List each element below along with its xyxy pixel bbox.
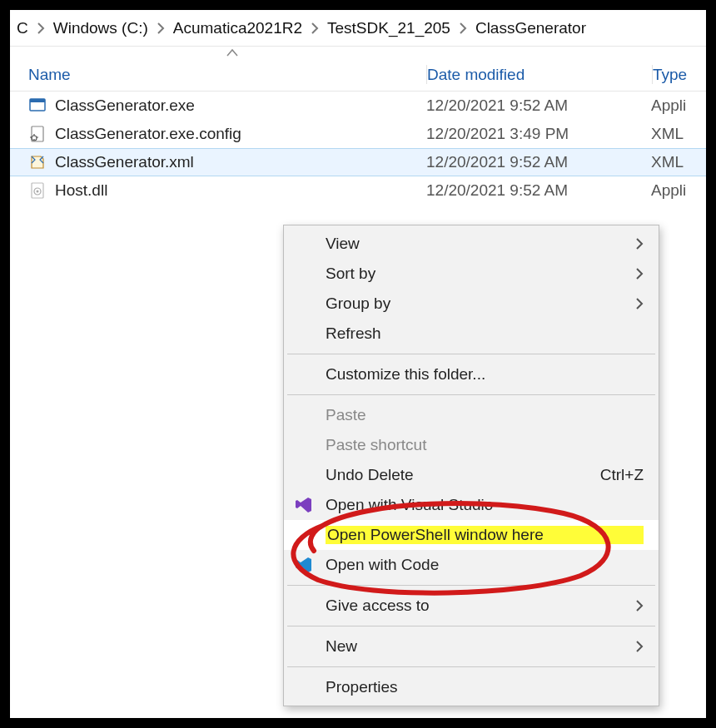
menu-item-customize-folder[interactable]: Customize this folder... <box>284 359 659 389</box>
svg-point-6 <box>37 191 39 193</box>
explorer-window: C Windows (C:) Acumatica2021R2 TestSDK_2… <box>10 10 706 718</box>
vscode-icon <box>294 555 314 575</box>
menu-item-give-access[interactable]: Give access to <box>284 591 659 621</box>
menu-item-properties[interactable]: Properties <box>284 672 659 702</box>
menu-item-view[interactable]: View <box>284 229 659 259</box>
breadcrumb-item[interactable]: ClassGenerator <box>472 19 589 37</box>
menu-item-open-visual-studio[interactable]: Open with Visual Studio <box>284 490 659 520</box>
file-name: Host.dll <box>55 181 107 200</box>
file-name: ClassGenerator.exe.config <box>55 125 241 143</box>
context-menu: View Sort by Group by Refresh Customize … <box>283 225 659 706</box>
file-date: 12/20/2021 9:52 AM <box>426 181 651 200</box>
file-row[interactable]: Host.dll 12/20/2021 9:52 AM Appli <box>10 176 706 205</box>
chevron-right-icon <box>152 22 170 34</box>
column-headers: Name Date modified Type <box>10 58 706 92</box>
sort-indicator-row <box>10 47 706 58</box>
chevron-right-icon <box>635 237 644 250</box>
file-type: XML <box>651 125 706 143</box>
chevron-right-icon <box>635 599 644 612</box>
file-row[interactable]: ClassGenerator.exe.config 12/20/2021 3:4… <box>10 120 706 148</box>
chevron-right-icon <box>306 22 324 34</box>
file-date: 12/20/2021 9:52 AM <box>426 153 651 171</box>
menu-separator <box>287 354 655 354</box>
file-list: ClassGenerator.exe 12/20/2021 9:52 AM Ap… <box>10 92 706 205</box>
menu-separator <box>287 626 655 626</box>
chevron-right-icon <box>635 267 644 280</box>
menu-separator <box>287 394 655 395</box>
visual-studio-icon <box>294 495 314 515</box>
file-name: ClassGenerator.xml <box>55 153 194 171</box>
chevron-right-icon <box>32 22 50 34</box>
breadcrumb-item[interactable]: Windows (C:) <box>50 19 152 37</box>
file-type: XML <box>651 153 706 171</box>
menu-item-open-powershell[interactable]: Open PowerShell window here <box>284 520 659 550</box>
chevron-right-icon <box>635 297 644 310</box>
menu-item-refresh[interactable]: Refresh <box>284 319 659 349</box>
menu-item-paste-shortcut: Paste shortcut <box>284 430 659 460</box>
file-row[interactable]: ClassGenerator.exe 12/20/2021 9:52 AM Ap… <box>10 92 706 120</box>
file-type: Appli <box>651 181 706 200</box>
column-header-date[interactable]: Date modified <box>427 58 652 91</box>
menu-item-paste: Paste <box>284 400 659 430</box>
dll-icon <box>28 181 47 200</box>
breadcrumb-item[interactable]: Acumatica2021R2 <box>170 19 306 37</box>
breadcrumb-root[interactable]: C <box>13 19 32 37</box>
svg-rect-1 <box>30 99 45 102</box>
menu-separator <box>287 666 655 667</box>
chevron-right-icon <box>635 640 644 653</box>
file-row-selected[interactable]: ClassGenerator.xml 12/20/2021 9:52 AM XM… <box>10 148 706 176</box>
sort-asc-icon <box>226 48 238 57</box>
menu-item-group-by[interactable]: Group by <box>284 289 659 319</box>
xml-icon <box>28 153 47 171</box>
file-type: Appli <box>651 97 706 115</box>
column-header-type[interactable]: Type <box>653 58 706 91</box>
config-icon <box>28 125 47 143</box>
exe-icon <box>28 97 47 115</box>
column-header-name[interactable]: Name <box>10 58 426 91</box>
menu-item-open-with-code[interactable]: Open with Code <box>284 550 659 580</box>
breadcrumb-item[interactable]: TestSDK_21_205 <box>324 19 454 37</box>
menu-shortcut: Ctrl+Z <box>600 466 644 484</box>
file-date: 12/20/2021 9:52 AM <box>426 97 651 115</box>
menu-separator <box>287 585 655 586</box>
breadcrumb[interactable]: C Windows (C:) Acumatica2021R2 TestSDK_2… <box>10 10 706 47</box>
file-date: 12/20/2021 3:49 PM <box>426 125 651 143</box>
menu-item-sort-by[interactable]: Sort by <box>284 259 659 289</box>
file-name: ClassGenerator.exe <box>55 97 195 115</box>
svg-rect-2 <box>32 126 43 141</box>
menu-item-new[interactable]: New <box>284 631 659 661</box>
menu-item-undo-delete[interactable]: Undo Delete Ctrl+Z <box>284 460 659 490</box>
chevron-right-icon <box>454 22 472 34</box>
